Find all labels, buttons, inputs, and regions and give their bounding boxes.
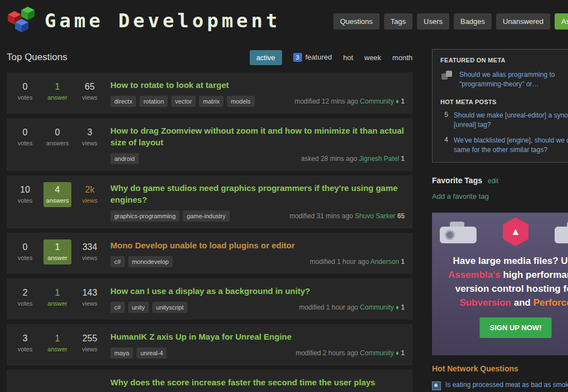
tag-pill[interactable]: rotation: [139, 96, 168, 107]
question-bottom-row: directxrotationvectormatrixmodels modifi…: [110, 96, 405, 107]
vote-count: 0 votes: [11, 239, 39, 264]
vote-number: 2: [11, 288, 39, 298]
tag-pill[interactable]: unity: [128, 302, 149, 313]
nav-unanswered-button[interactable]: Unanswered: [496, 13, 550, 30]
favorite-tags-row: Favorite Tags edit: [432, 176, 568, 185]
tag-pill[interactable]: monodevelop: [128, 256, 173, 267]
tag-pill[interactable]: unityscript: [152, 302, 188, 313]
question-stats: 10 votes 4 answers 2k views: [11, 182, 110, 222]
question-stats: 3 votes 1 answer 255 views: [11, 331, 110, 359]
nav-questions-button[interactable]: Questions: [333, 13, 380, 30]
hot-meta-link[interactable]: We've blacklisted [engine], should we do…: [454, 136, 568, 155]
user-reputation: 1: [401, 349, 405, 357]
hot-meta-link[interactable]: Should we make [unreal-editor] a synonym…: [454, 111, 568, 130]
question-stats: 0 votes 1 answer 65 views: [11, 79, 110, 107]
cubes-logo-icon: [7, 7, 37, 35]
vote-count: [11, 376, 39, 385]
answer-count: 1 answer: [43, 331, 71, 356]
question-title-link[interactable]: How to rotate to look at target: [110, 79, 405, 91]
sign-up-button[interactable]: SIGN UP NOW!: [480, 317, 552, 338]
view-count: 3 views: [76, 125, 104, 150]
answer-number: 0: [43, 128, 71, 138]
ask-question-button[interactable]: Ask Question: [555, 13, 568, 30]
question-row: 0 votes 1 answer 334 views Mono Develop …: [7, 233, 412, 274]
hot-meta-score: 4: [440, 136, 448, 155]
view-count: 65 views: [76, 79, 104, 104]
nav-users-button[interactable]: Users: [417, 13, 449, 30]
vote-number: 0: [11, 128, 39, 138]
tag-list: graphics-programminggame-industry: [110, 210, 230, 222]
user-link[interactable]: Community ♦: [360, 303, 399, 311]
view-count: [76, 376, 104, 385]
network-site-icon: [432, 381, 441, 390]
view-count: 2k views: [76, 182, 104, 207]
question-title-link[interactable]: Why do game studios need graphics progra…: [110, 182, 405, 205]
nav-badges-button[interactable]: Badges: [454, 13, 492, 30]
tab-hot[interactable]: hot: [343, 53, 353, 62]
tag-pill[interactable]: unreal-4: [137, 347, 167, 359]
nav-tags-button[interactable]: Tags: [384, 13, 412, 30]
answer-count: 0 answers: [43, 125, 71, 150]
tag-pill[interactable]: c#: [110, 256, 125, 267]
vote-number: 3: [11, 334, 39, 344]
answer-label: answer: [43, 94, 71, 101]
tag-pill[interactable]: directx: [110, 96, 136, 107]
tag-pill[interactable]: maya: [110, 347, 133, 359]
tab-week[interactable]: week: [365, 53, 381, 62]
question-action-time: modified 31 mins ago: [289, 212, 353, 220]
view-label: views: [76, 140, 104, 146]
answer-count: 1 answer: [43, 79, 71, 104]
ad-text: Have large media files? Use Assembla's h…: [432, 254, 568, 310]
tab-featured-label: featured: [305, 53, 332, 61]
tab-active[interactable]: active: [250, 50, 282, 65]
answer-number: 1: [43, 334, 71, 344]
user-link[interactable]: Shuvo Sarker: [355, 212, 396, 220]
vote-number: 0: [11, 242, 39, 252]
tab-month[interactable]: month: [392, 53, 412, 62]
question-action-time: modified 2 hours ago: [295, 349, 358, 357]
view-count: 143 views: [76, 285, 104, 310]
hot-network-question-link[interactable]: Is eating processed meat as bad as smoki…: [445, 380, 568, 392]
question-content: How can I use a display as a background …: [110, 285, 405, 313]
question-meta: modified 2 hours ago Community ♦ 1: [290, 349, 405, 357]
user-link[interactable]: Community ♦: [360, 97, 399, 105]
question-bottom-row: android asked 28 mins ago Jignesh Patel …: [110, 153, 405, 164]
tag-pill[interactable]: c#: [110, 302, 125, 313]
add-favorite-tag-link[interactable]: Add a favorite tag: [432, 192, 568, 200]
tag-pill[interactable]: matrix: [199, 96, 224, 107]
answer-label: answer: [43, 254, 71, 261]
question-content: Why does the score increase faster the s…: [110, 376, 405, 392]
question-row: 2 votes 1 answer 143 views How can I use…: [7, 278, 412, 320]
user-link[interactable]: Community ♦: [360, 349, 399, 357]
question-title-link[interactable]: HumanIK Z axis Up in Maya for Unreal Eng…: [110, 331, 405, 342]
site-logo[interactable]: Game Development: [7, 7, 281, 35]
view-number: 65: [76, 82, 104, 92]
question-bottom-row: c#unityunityscript modified 1 hour ago C…: [110, 302, 405, 313]
assembla-ad-banner[interactable]: ▲ Have large media files? Use Assembla's…: [432, 213, 568, 355]
answer-count: [43, 376, 71, 385]
question-title-link[interactable]: Why does the score increase faster the s…: [110, 376, 405, 388]
view-number: 255: [76, 334, 104, 344]
tag-pill[interactable]: graphics-programming: [110, 210, 179, 222]
featured-meta-link[interactable]: Should we alias programming to "programm…: [459, 70, 568, 90]
question-title-link[interactable]: How can I use a display as a background …: [110, 285, 405, 297]
answer-number: 4: [43, 185, 71, 195]
answer-count: 1 answer: [43, 285, 71, 310]
vote-count: 0 votes: [11, 125, 39, 150]
question-stats: [11, 376, 110, 392]
tab-featured[interactable]: 3featured: [293, 53, 332, 62]
question-title-link[interactable]: Mono Develop unable to load plugins or e…: [110, 239, 405, 251]
hot-network-questions-title: Hot Network Questions: [432, 364, 568, 373]
site-title: Game Development: [45, 9, 281, 32]
tag-pill[interactable]: vector: [171, 96, 196, 107]
camera-image-right: [555, 222, 568, 246]
view-number: 2k: [76, 185, 104, 195]
edit-favorite-tags-link[interactable]: edit: [488, 177, 498, 185]
tag-pill[interactable]: game-industry: [183, 210, 230, 222]
user-link[interactable]: Jignesh Patel: [359, 155, 399, 163]
question-title-link[interactable]: How to drag Zoomview without zoom it and…: [110, 125, 405, 148]
tag-pill[interactable]: models: [227, 96, 254, 107]
user-link[interactable]: Anderson: [371, 258, 399, 266]
featured-meta-item: Should we alias programming to "programm…: [440, 70, 568, 90]
tag-pill[interactable]: android: [110, 153, 139, 164]
